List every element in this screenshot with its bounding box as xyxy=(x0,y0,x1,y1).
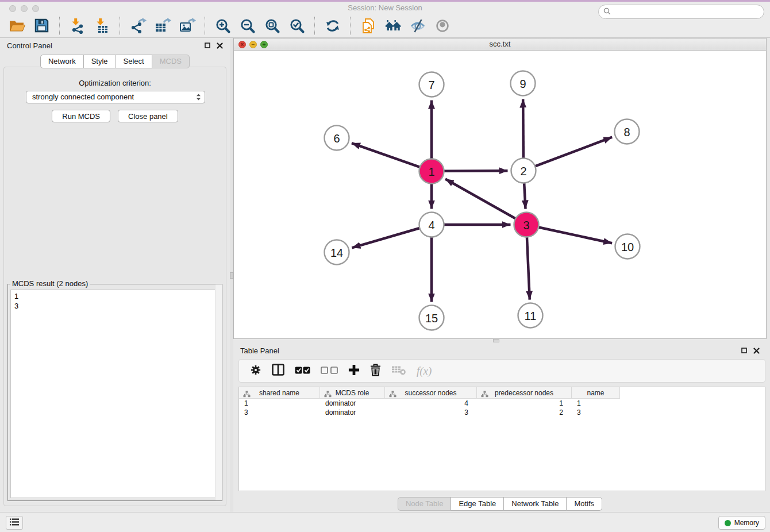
float-table-panel-icon[interactable] xyxy=(741,348,747,353)
criterion-select[interactable]: strongly connected component xyxy=(26,91,205,103)
tab-style[interactable]: Style xyxy=(83,55,116,68)
mcds-result-scrollbar[interactable] xyxy=(215,284,222,500)
table-row[interactable]: 1dominator411 xyxy=(239,399,765,408)
graph-node-2[interactable]: 2 xyxy=(511,159,536,183)
unselect-all-columns-button[interactable] xyxy=(321,366,338,376)
table-cell[interactable]: 1 xyxy=(239,399,320,408)
tab-network[interactable]: Network xyxy=(40,55,84,68)
menu-list-icon xyxy=(10,518,19,528)
node-table: shared nameMCDS rolesuccessor nodesprede… xyxy=(238,387,765,491)
graph-node-14[interactable]: 14 xyxy=(325,240,349,265)
zoom-window-icon[interactable] xyxy=(32,5,39,12)
minimize-window-icon[interactable] xyxy=(21,5,28,12)
import-network-button[interactable] xyxy=(65,15,90,37)
open-session-button[interactable] xyxy=(5,15,29,37)
memory-status-icon xyxy=(725,520,731,526)
network-minimize-icon[interactable]: − xyxy=(249,41,257,48)
table-cell[interactable]: 3 xyxy=(385,408,477,417)
graph-node-6[interactable]: 6 xyxy=(325,126,349,151)
column-header-name[interactable]: name xyxy=(572,387,620,399)
graph-node-11[interactable]: 11 xyxy=(518,303,543,328)
mcds-result-group: MCDS result (2 nodes) 13 xyxy=(7,284,222,501)
create-column-button[interactable] xyxy=(348,364,360,378)
graph-node-7[interactable]: 7 xyxy=(419,72,444,97)
table-settings-button[interactable] xyxy=(250,364,261,378)
network-close-icon[interactable]: × xyxy=(238,41,246,48)
table-cell[interactable]: 1 xyxy=(572,399,620,408)
tab-motifs[interactable]: Motifs xyxy=(566,497,602,511)
network-canvas[interactable]: 7968124314101511 xyxy=(234,51,766,338)
zoom-out-button[interactable] xyxy=(235,15,260,37)
graph-edge-2-8[interactable] xyxy=(535,137,612,167)
table-body: 1dominator4113dominator323 xyxy=(239,399,765,417)
task-list-button[interactable] xyxy=(6,516,23,530)
horizontal-splitter-handle[interactable] xyxy=(493,339,499,342)
graph-edge-2-9[interactable] xyxy=(523,99,523,158)
graph-edge-1-6[interactable] xyxy=(352,143,420,167)
preview-button[interactable] xyxy=(430,15,455,37)
graph-edge-1-2[interactable] xyxy=(444,171,507,171)
houses-icon xyxy=(384,18,402,33)
close-window-icon[interactable] xyxy=(9,5,16,12)
tab-edge-table[interactable]: Edge Table xyxy=(451,497,504,511)
graph-edge-3-1[interactable] xyxy=(445,179,515,219)
export-table-button[interactable] xyxy=(150,15,175,37)
zoom-fit-button[interactable] xyxy=(260,15,284,37)
search-input[interactable] xyxy=(614,7,759,16)
delete-column-button[interactable] xyxy=(370,364,381,379)
graph-node-15[interactable]: 15 xyxy=(419,306,444,330)
network-overview-button[interactable] xyxy=(380,15,405,37)
close-panel-icon[interactable] xyxy=(217,43,223,49)
table-cell[interactable]: dominator xyxy=(320,399,385,408)
export-image-button[interactable] xyxy=(175,15,199,37)
select-all-columns-button[interactable] xyxy=(295,366,310,376)
duplicate-network-button[interactable] xyxy=(356,15,380,37)
search-field[interactable] xyxy=(598,5,764,19)
table-cell[interactable]: 1 xyxy=(477,399,572,408)
duplicate-network-icon xyxy=(361,18,376,34)
graph-node-10[interactable]: 10 xyxy=(615,234,640,259)
memory-button[interactable]: Memory xyxy=(718,516,765,530)
hide-selected-button[interactable] xyxy=(405,15,430,37)
toggle-column-view-button[interactable] xyxy=(272,364,284,378)
mcds-result-text[interactable]: 13 xyxy=(10,290,220,498)
column-header-shared-name[interactable]: shared name xyxy=(239,387,320,399)
table-cell[interactable]: 3 xyxy=(239,408,320,417)
table-cell[interactable]: dominator xyxy=(320,408,385,417)
table-cell[interactable]: 2 xyxy=(477,408,572,417)
graph-node-1[interactable]: 1 xyxy=(419,159,444,184)
graph-edge-3-11[interactable] xyxy=(527,237,530,299)
toolbar-separator xyxy=(314,17,315,35)
node-label: 14 xyxy=(330,246,343,259)
tab-mcds[interactable]: MCDS xyxy=(152,55,190,68)
run-mcds-button[interactable]: Run MCDS xyxy=(52,110,110,122)
graph-node-8[interactable]: 8 xyxy=(615,119,640,144)
graph-node-9[interactable]: 9 xyxy=(511,71,536,96)
zoom-in-icon xyxy=(215,18,231,34)
table-cell[interactable]: 3 xyxy=(572,408,620,417)
tab-network-table[interactable]: Network Table xyxy=(503,497,567,511)
graph-node-3[interactable]: 3 xyxy=(514,213,539,237)
graph-edge-3-10[interactable] xyxy=(538,228,612,244)
column-header-MCDS-role[interactable]: MCDS role xyxy=(320,387,385,399)
save-session-button[interactable] xyxy=(29,15,54,37)
table-row[interactable]: 3dominator323 xyxy=(239,408,765,417)
network-maximize-icon[interactable]: + xyxy=(260,41,268,48)
graph-edge-2-3[interactable] xyxy=(524,183,525,209)
column-header-successor-nodes[interactable]: successor nodes xyxy=(385,387,477,399)
zoom-selected-button[interactable] xyxy=(284,15,309,37)
network-graph[interactable]: 7968124314101511 xyxy=(234,51,766,338)
export-network-button[interactable] xyxy=(125,15,150,37)
float-panel-icon[interactable] xyxy=(205,43,210,48)
table-cell[interactable]: 4 xyxy=(385,399,477,408)
close-panel-button[interactable]: Close panel xyxy=(118,110,178,122)
refresh-network-button[interactable] xyxy=(320,15,345,37)
tab-select[interactable]: Select xyxy=(116,55,152,68)
graph-edge-4-14[interactable] xyxy=(352,228,419,248)
close-table-panel-icon[interactable] xyxy=(753,348,760,354)
column-header-predecessor-nodes[interactable]: predecessor nodes xyxy=(477,387,572,399)
tab-node-table[interactable]: Node Table xyxy=(398,497,452,511)
graph-node-4[interactable]: 4 xyxy=(419,213,444,237)
zoom-in-button[interactable] xyxy=(210,15,235,37)
import-table-button[interactable] xyxy=(90,15,114,37)
